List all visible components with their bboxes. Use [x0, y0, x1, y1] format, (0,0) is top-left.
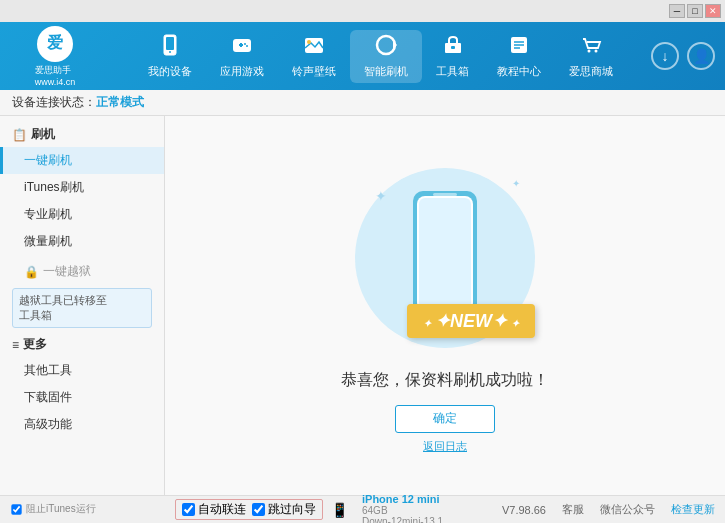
auto-connect-label: 自动联连	[198, 501, 246, 518]
nav-right: ↓ 👤	[651, 42, 715, 70]
nav-tutorial[interactable]: 教程中心	[483, 34, 555, 79]
svg-rect-12	[451, 46, 455, 49]
bottom-checkboxes: 自动联连 跳过向导	[175, 499, 323, 520]
svg-point-2	[169, 51, 171, 53]
sidebar-flash-header: 📋 刷机	[0, 122, 164, 147]
sidebar-item-micro[interactable]: 微量刷机	[0, 228, 164, 255]
sparkle-tl: ✦	[375, 188, 387, 204]
sidebar-item-onekey[interactable]: 一键刷机	[0, 147, 164, 174]
more-icon: ≡	[12, 338, 19, 352]
sidebar: 📋 刷机 一键刷机 iTunes刷机 专业刷机 微量刷机 🔒 一键越狱	[0, 116, 165, 495]
tutorial-label: 教程中心	[497, 64, 541, 79]
svg-point-6	[244, 43, 246, 45]
mall-label: 爱思商城	[569, 64, 613, 79]
logo-name: 爱思助手	[35, 64, 76, 77]
auto-connect-input[interactable]	[182, 503, 195, 516]
sidebar-item-itunes[interactable]: iTunes刷机	[0, 174, 164, 201]
return-link[interactable]: 返回日志	[423, 439, 467, 454]
device-storage: 64GB	[362, 505, 443, 516]
svg-point-7	[246, 45, 248, 47]
mydevice-icon	[159, 34, 181, 61]
nav-smartflash[interactable]: 智能刷机	[350, 30, 422, 83]
top-nav: 爱 爱思助手 www.i4.cn 我的设备 应用游戏 铃声壁纸	[0, 22, 725, 90]
nav-wallpaper[interactable]: 铃声壁纸	[278, 34, 350, 79]
pro-label: 专业刷机	[24, 207, 72, 221]
title-bar: ─ □ ✕	[0, 0, 725, 22]
sidebar-item-advanced[interactable]: 高级功能	[0, 411, 164, 438]
tutorial-icon	[508, 34, 530, 61]
device-section: 📱 iPhone 12 mini 64GB Down-12mini-13,1	[331, 493, 443, 524]
new-badge: ✦NEW✦	[407, 304, 535, 338]
appgame-label: 应用游戏	[220, 64, 264, 79]
toolbox-icon	[442, 34, 464, 61]
nav-mydevice[interactable]: 我的设备	[134, 34, 206, 79]
svg-rect-23	[433, 193, 457, 196]
flash-title: 刷机	[31, 126, 55, 143]
smartflash-label: 智能刷机	[364, 64, 408, 79]
status-value: 正常模式	[96, 94, 144, 111]
download-fw-label: 下载固件	[24, 390, 72, 404]
wechat-public-link[interactable]: 微信公众号	[600, 502, 655, 517]
customer-service-link[interactable]: 客服	[562, 502, 584, 517]
lock-icon: 🔒	[24, 265, 39, 279]
advanced-label: 高级功能	[24, 417, 72, 431]
device-info: iPhone 12 mini 64GB Down-12mini-13,1	[362, 493, 443, 524]
micro-label: 微量刷机	[24, 234, 72, 248]
user-btn[interactable]: 👤	[687, 42, 715, 70]
success-card: ✦ ✦ ✦NEW✦	[341, 158, 549, 454]
device-model: Down-12mini-13,1	[362, 516, 443, 524]
bottom-bar: 阻止iTunes运行 自动联连 跳过向导 📱 iPhone 12 mini 64…	[0, 495, 725, 523]
skip-guide-checkbox[interactable]: 跳过向导	[252, 501, 316, 518]
othertools-label: 其他工具	[24, 363, 72, 377]
sidebar-item-download[interactable]: 下载固件	[0, 384, 164, 411]
version-info: V7.98.66 客服 微信公众号 检查更新	[502, 502, 715, 517]
svg-point-9	[307, 40, 311, 44]
device-name: iPhone 12 mini	[362, 493, 443, 505]
onekey-label: 一键刷机	[24, 153, 72, 167]
confirm-button[interactable]: 确定	[395, 405, 495, 433]
sidebar-item-othertools[interactable]: 其他工具	[0, 357, 164, 384]
itunes-label: 阻止iTunes运行	[26, 502, 96, 516]
logo-area: 爱 爱思助手 www.i4.cn	[10, 26, 100, 87]
itunes-status: 阻止iTunes运行	[0, 495, 165, 523]
nav-mall[interactable]: 爱思商城	[555, 34, 627, 79]
sidebar-section-flash: 📋 刷机 一键刷机 iTunes刷机 专业刷机 微量刷机	[0, 122, 164, 255]
jailbreak-title: 一键越狱	[43, 263, 91, 280]
logo-icon: 爱	[37, 26, 73, 62]
jailbreak-note: 越狱工具已转移至工具箱	[12, 288, 152, 328]
itunes-checkbox[interactable]	[11, 504, 21, 514]
logo-url: www.i4.cn	[35, 77, 76, 87]
new-ribbon: ✦NEW✦	[407, 304, 535, 338]
content-area: ✦ ✦ ✦NEW✦	[165, 116, 725, 495]
mydevice-label: 我的设备	[148, 64, 192, 79]
nav-appgame[interactable]: 应用游戏	[206, 34, 278, 79]
smartflash-icon	[375, 34, 397, 61]
skip-guide-input[interactable]	[252, 503, 265, 516]
svg-point-17	[588, 49, 591, 52]
success-text: 恭喜您，保资料刷机成功啦！	[341, 370, 549, 391]
wallpaper-icon	[303, 34, 325, 61]
flash-icon: 📋	[12, 128, 27, 142]
sparkle-tr: ✦	[512, 178, 520, 189]
svg-point-18	[595, 49, 598, 52]
device-icon: 📱	[331, 502, 348, 518]
check-update-link[interactable]: 检查更新	[671, 502, 715, 517]
sidebar-more-header: ≡ 更多	[0, 332, 164, 357]
nav-toolbox[interactable]: 工具箱	[422, 34, 483, 79]
wallpaper-label: 铃声壁纸	[292, 64, 336, 79]
version-number: V7.98.66	[502, 504, 546, 516]
more-title: 更多	[23, 336, 47, 353]
mall-icon	[580, 34, 602, 61]
sidebar-section-more: ≡ 更多 其他工具 下载固件 高级功能	[0, 332, 164, 438]
close-btn[interactable]: ✕	[705, 4, 721, 18]
minimize-btn[interactable]: ─	[669, 4, 685, 18]
appgame-icon	[231, 34, 253, 61]
sidebar-jailbreak-header: 🔒 一键越狱	[0, 259, 164, 284]
sidebar-item-pro[interactable]: 专业刷机	[0, 201, 164, 228]
maximize-btn[interactable]: □	[687, 4, 703, 18]
download-btn[interactable]: ↓	[651, 42, 679, 70]
skip-guide-label: 跳过向导	[268, 501, 316, 518]
auto-connect-checkbox[interactable]: 自动联连	[182, 501, 246, 518]
phone-illustration: ✦ ✦ ✦NEW✦	[345, 158, 545, 358]
status-bar: 设备连接状态： 正常模式	[0, 90, 725, 116]
